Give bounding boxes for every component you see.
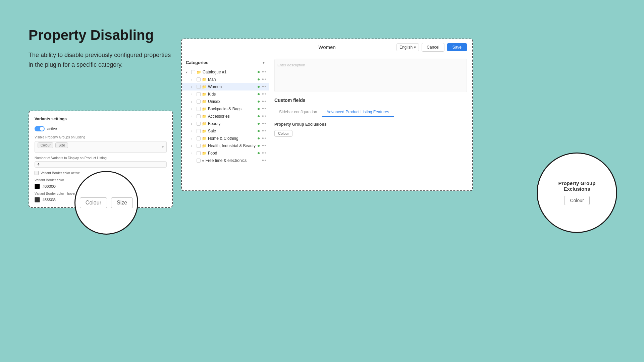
- number-input[interactable]: 4: [35, 161, 167, 168]
- exclusion-colour-tag[interactable]: Colour: [274, 130, 292, 137]
- color-swatch-hover[interactable]: [35, 197, 40, 202]
- chevron-right-icon-accessories: ›: [191, 115, 196, 118]
- tree-item-home[interactable]: › 📁 Home & Clothing •••: [182, 135, 269, 142]
- tree-checkbox-man[interactable]: [197, 77, 201, 81]
- status-dot-home: [258, 137, 260, 139]
- dots-menu-health[interactable]: •••: [262, 143, 266, 148]
- panel-header-actions: English ▾ Cancel Save: [396, 43, 467, 52]
- tree-item-women[interactable]: › 📁 Women •••: [182, 83, 269, 90]
- tree-item-name-home: Home & Clothing: [208, 136, 258, 141]
- tab-sidebar-configuration[interactable]: Sidebar configuration: [274, 108, 322, 117]
- language-select[interactable]: English ▾: [396, 43, 419, 51]
- dots-menu-women[interactable]: •••: [262, 84, 266, 89]
- tree-header-arrow-icon: ▾: [263, 60, 265, 65]
- tree-item-name-sale: Sale: [208, 129, 258, 133]
- folder-icon-home: 📁: [202, 136, 207, 141]
- tree-header-label: Categories: [186, 60, 208, 65]
- dots-menu-kids[interactable]: •••: [262, 92, 266, 97]
- dots-menu-beauty[interactable]: •••: [262, 121, 266, 126]
- tree-checkbox-unisex[interactable]: [197, 100, 201, 104]
- property-group-exclusions-label: Property Group Exclusions: [274, 122, 467, 127]
- description-area[interactable]: Enter description: [274, 59, 467, 92]
- dots-menu-unisex[interactable]: •••: [262, 99, 266, 104]
- folder-icon-food: 📁: [202, 151, 207, 156]
- variant-border-label: Variant Border color active: [41, 171, 80, 175]
- tree-item-backpacks[interactable]: › 📁 Backpacks & Bags •••: [182, 105, 269, 113]
- chevron-right-icon: ›: [191, 78, 196, 81]
- zoom-circle-left: Colour Size: [74, 171, 138, 235]
- tree-checkbox-catalogue1[interactable]: [191, 70, 195, 74]
- tree-checkbox-kids[interactable]: [197, 92, 201, 96]
- chevron-right-icon-food: ›: [191, 152, 196, 155]
- tree-checkbox-accessories[interactable]: [197, 114, 201, 118]
- chevron-right-icon-home: ›: [191, 137, 196, 140]
- save-button[interactable]: Save: [447, 43, 467, 51]
- folder-icon-kids: 📁: [202, 92, 207, 97]
- tags-row: Colour Size: [38, 142, 68, 148]
- tags-row-wrapper[interactable]: Colour Size ▾: [35, 141, 167, 153]
- dots-menu-catalogue1[interactable]: •••: [262, 70, 266, 74]
- folder-icon-sale: 📁: [202, 129, 207, 133]
- status-dot-beauty: [258, 123, 260, 125]
- chevron-right-icon-sale: ›: [191, 129, 196, 133]
- dots-menu-freetime[interactable]: •••: [262, 158, 266, 163]
- dots-menu-man[interactable]: •••: [262, 77, 266, 82]
- tree-item-kids[interactable]: › 📁 Kids •••: [182, 90, 269, 98]
- tab-advanced-product-listing[interactable]: Advanced Product Listing Features: [322, 108, 394, 117]
- tree-item-freetime[interactable]: ● Free time & electronics •••: [182, 157, 269, 164]
- folder-icon-unisex: 📁: [202, 100, 207, 104]
- tree-item-name-unisex: Unisex: [208, 99, 258, 104]
- zoom-circle-right: Property Group Exclusions Colour: [537, 153, 617, 233]
- main-panel: Women English ▾ Cancel Save Categories ▾…: [181, 39, 473, 191]
- dots-menu-home[interactable]: •••: [262, 136, 266, 141]
- tree-checkbox-food[interactable]: [197, 151, 201, 155]
- folder-icon-women: 📁: [202, 85, 207, 89]
- tree-item-food[interactable]: › 📁 Food •••: [182, 149, 269, 157]
- toggle-label: active: [47, 127, 57, 131]
- tree-item-accessories[interactable]: › 📁 Accessories •••: [182, 113, 269, 120]
- tree-checkbox-beauty[interactable]: [197, 122, 201, 126]
- tree-item-health[interactable]: › 📁 Health, Industrial & Beauty •••: [182, 142, 269, 149]
- custom-fields-title: Custom fields: [274, 98, 467, 103]
- tree-item-name-food: Food: [208, 151, 258, 156]
- tree-item-name-accessories: Accessories: [208, 114, 258, 119]
- tabs-row: Sidebar configuration Advanced Product L…: [274, 108, 467, 117]
- color-value-hover: #333333: [43, 198, 56, 202]
- tree-item-name-beauty: Beauty: [208, 121, 258, 126]
- status-dot-man: [258, 78, 260, 80]
- tree-item-name-women: Women: [208, 84, 258, 89]
- dots-menu-sale[interactable]: •••: [262, 129, 266, 133]
- chevron-right-icon-women: ›: [191, 85, 196, 89]
- category-tree-panel: Categories ▾ ▾ 📁 Catalogue #1 ••• › 📁 Ma…: [182, 55, 269, 190]
- tree-item-beauty[interactable]: › 📁 Beauty •••: [182, 120, 269, 127]
- tree-checkbox-sale[interactable]: [197, 129, 201, 133]
- color-swatch-black[interactable]: [35, 184, 40, 189]
- active-toggle[interactable]: [35, 126, 45, 131]
- dots-menu-food[interactable]: •••: [262, 151, 266, 156]
- panel-body: Categories ▾ ▾ 📁 Catalogue #1 ••• › 📁 Ma…: [182, 55, 472, 190]
- tree-header: Categories ▾: [182, 58, 269, 68]
- status-dot-sale: [258, 130, 260, 132]
- tree-item-sale[interactable]: › 📁 Sale •••: [182, 127, 269, 135]
- tree-item-name-freetime: Free time & electronics: [206, 158, 262, 163]
- cancel-button[interactable]: Cancel: [422, 43, 444, 52]
- tree-checkbox-health[interactable]: [197, 144, 201, 148]
- tree-checkbox-backpacks[interactable]: [197, 107, 201, 111]
- chevron-right-icon-health: ›: [191, 144, 196, 148]
- zoom-right-title: Property Group Exclusions: [544, 180, 609, 192]
- variant-border-checkbox[interactable]: [35, 171, 39, 175]
- status-dot-unisex: [258, 101, 260, 103]
- tree-item-unisex[interactable]: › 📁 Unisex •••: [182, 98, 269, 105]
- chevron-right-icon-unisex: ›: [191, 100, 196, 104]
- dots-menu-accessories[interactable]: •••: [262, 114, 266, 119]
- color-value-black: #000000: [43, 185, 56, 188]
- tree-checkbox-freetime[interactable]: [197, 159, 201, 163]
- tree-item-man[interactable]: › 📁 Man •••: [182, 76, 269, 83]
- tree-item-catalogue1[interactable]: ▾ 📁 Catalogue #1 •••: [182, 68, 269, 76]
- tree-checkbox-home[interactable]: [197, 136, 201, 140]
- tree-checkbox-women[interactable]: [197, 85, 201, 89]
- toggle-row: active: [35, 126, 167, 131]
- dots-menu-backpacks[interactable]: •••: [262, 107, 266, 111]
- tree-item-name-backpacks: Backpacks & Bags: [208, 107, 258, 111]
- zoom-left-size-tag: Size: [111, 197, 133, 208]
